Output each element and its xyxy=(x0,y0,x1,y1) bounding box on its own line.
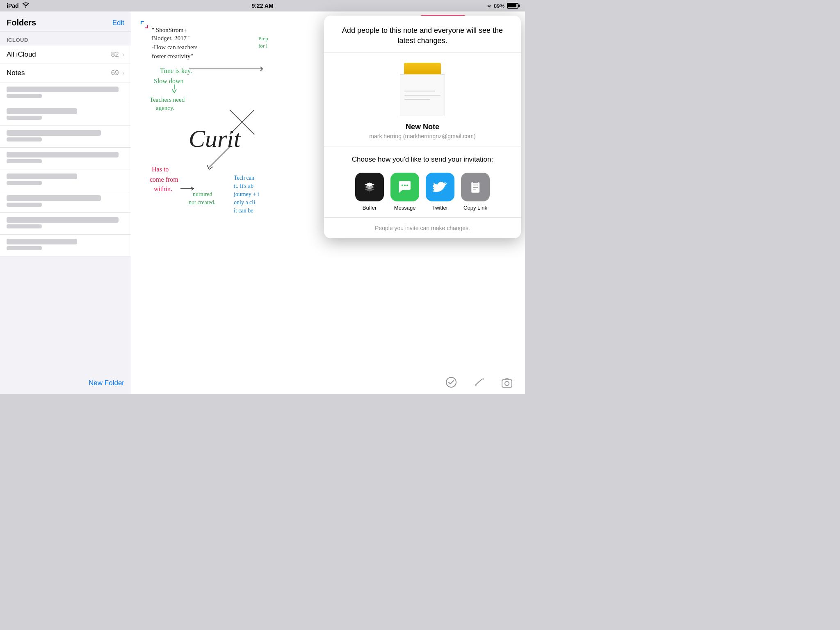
battery-percent: 89% xyxy=(494,3,504,9)
copylink-icon xyxy=(461,173,490,201)
panel-footer: People you invite can make changes. xyxy=(324,218,521,238)
message-label: Message xyxy=(394,205,416,211)
pencil-button[interactable] xyxy=(473,377,485,390)
invite-section: Choose how you'd like to send your invit… xyxy=(324,146,521,218)
note-thumb-yellow xyxy=(404,63,441,75)
blur-bar-count xyxy=(7,246,42,250)
note-preview: New Note mark herring (markherringnz@gma… xyxy=(324,53,521,146)
svg-point-49 xyxy=(505,381,509,386)
battery-icon xyxy=(507,3,518,9)
share-panel: Add people to this note and everyone wil… xyxy=(324,16,521,238)
blur-bar xyxy=(7,217,119,223)
note-line xyxy=(404,99,430,100)
svg-text:agency.: agency. xyxy=(156,105,174,111)
buffer-label: Buffer xyxy=(363,205,377,211)
panel-footer-text: People you invite can make changes. xyxy=(375,225,470,231)
svg-rect-46 xyxy=(473,180,478,183)
note-line xyxy=(404,91,435,91)
twitter-label: Twitter xyxy=(432,205,448,211)
buffer-icon xyxy=(355,173,384,201)
sidebar-item-right: 82 › xyxy=(111,50,124,59)
blur-bar xyxy=(7,152,119,158)
list-item[interactable] xyxy=(0,191,131,213)
invite-heading: Choose how you'd like to send your invit… xyxy=(334,155,511,164)
svg-text:Has to: Has to xyxy=(152,166,169,173)
note-title: New Note xyxy=(406,123,439,131)
blur-bar-count xyxy=(7,137,42,142)
list-item[interactable] xyxy=(0,126,131,148)
svg-text:" ShonStrom+: " ShonStrom+ xyxy=(152,27,187,33)
content-area: " ShonStrom+ Blodget, 2017 " -How can te… xyxy=(131,11,525,394)
list-item[interactable] xyxy=(0,213,131,235)
note-owner: mark herring (markherringnz@gmail.com) xyxy=(369,133,475,139)
panel-description: Add people to this note and everyone wil… xyxy=(334,25,511,46)
svg-text:come from: come from xyxy=(150,176,178,183)
blur-bar-count xyxy=(7,203,42,207)
list-item[interactable] xyxy=(0,169,131,191)
svg-text:Teachers need: Teachers need xyxy=(150,96,185,103)
svg-text:only a cli: only a cli xyxy=(234,199,255,205)
blur-bar xyxy=(7,239,77,244)
svg-point-40 xyxy=(406,185,408,186)
blur-bar xyxy=(7,130,101,136)
camera-button[interactable] xyxy=(501,377,513,390)
sidebar-footer: New Folder xyxy=(0,372,131,394)
all-icloud-count: 82 xyxy=(111,50,119,59)
svg-text:for l: for l xyxy=(258,43,267,49)
blur-bar xyxy=(7,87,119,92)
status-time: 9:22 AM xyxy=(251,2,273,9)
svg-text:Slow down: Slow down xyxy=(154,78,183,84)
svg-text:foster creativity": foster creativity" xyxy=(152,53,193,59)
sidebar-section-header: ICLOUD xyxy=(0,32,131,46)
svg-text:Time is key.: Time is key. xyxy=(160,67,192,75)
status-bar: iPad 9:22 AM ∗ 89% xyxy=(0,0,525,11)
sidebar-title: Folders xyxy=(7,18,36,27)
sidebar-edit-button[interactable]: Edit xyxy=(112,19,124,27)
share-option-copylink[interactable]: Copy Link xyxy=(461,173,490,211)
note-thumb-lines xyxy=(400,74,445,116)
svg-text:journey + i: journey + i xyxy=(233,191,259,197)
sidebar-list xyxy=(0,82,131,372)
battery-fill xyxy=(508,4,516,7)
notes-count: 69 xyxy=(111,69,119,77)
sidebar-item-notes[interactable]: Notes 69 › xyxy=(0,64,131,82)
sidebar-item-label: All iCloud xyxy=(7,50,36,59)
svg-text:Curit: Curit xyxy=(189,125,241,152)
share-option-twitter[interactable]: Twitter xyxy=(426,173,454,211)
share-options: Buffer Message xyxy=(334,173,511,211)
svg-text:Tech can: Tech can xyxy=(234,175,254,181)
share-option-message[interactable]: Message xyxy=(390,173,419,211)
list-item[interactable] xyxy=(0,148,131,169)
svg-text:it can be: it can be xyxy=(234,208,253,214)
status-right: ∗ 89% xyxy=(487,3,518,9)
blur-bar xyxy=(7,195,101,201)
blur-bar-count xyxy=(7,224,42,228)
twitter-icon xyxy=(426,173,454,201)
svg-text:Blodget, 2017 ": Blodget, 2017 " xyxy=(152,35,191,41)
svg-text:not created.: not created. xyxy=(189,199,215,205)
sidebar-item-right: 69 › xyxy=(111,69,124,77)
blur-bar-count xyxy=(7,159,42,163)
chevron-icon: › xyxy=(122,69,124,77)
blur-bar-count xyxy=(7,116,42,120)
handwritten-note: " ShonStrom+ Blodget, 2017 " -How can te… xyxy=(148,20,304,266)
list-item[interactable] xyxy=(0,82,131,104)
svg-text:it. It's ab: it. It's ab xyxy=(234,183,253,189)
sidebar-item-all-icloud[interactable]: All iCloud 82 › xyxy=(0,46,131,64)
checkmark-button[interactable] xyxy=(445,377,457,390)
list-item[interactable] xyxy=(0,104,131,126)
sidebar: Folders Edit ICLOUD All iCloud 82 › Note… xyxy=(0,11,131,394)
wifi-icon xyxy=(22,2,30,9)
copylink-label: Copy Link xyxy=(463,205,487,211)
svg-text:-How can teachers: -How can teachers xyxy=(152,44,198,50)
svg-text:Prep: Prep xyxy=(258,35,268,41)
blur-bar-count xyxy=(7,94,42,98)
svg-text:nurtured: nurtured xyxy=(193,191,212,197)
sidebar-item-label: Notes xyxy=(7,69,25,77)
device-label: iPad xyxy=(7,2,19,9)
list-item[interactable] xyxy=(0,235,131,256)
share-option-buffer[interactable]: Buffer xyxy=(355,173,384,211)
note-thumbnail xyxy=(400,63,445,116)
new-folder-button[interactable]: New Folder xyxy=(89,379,124,387)
svg-rect-48 xyxy=(502,380,512,387)
